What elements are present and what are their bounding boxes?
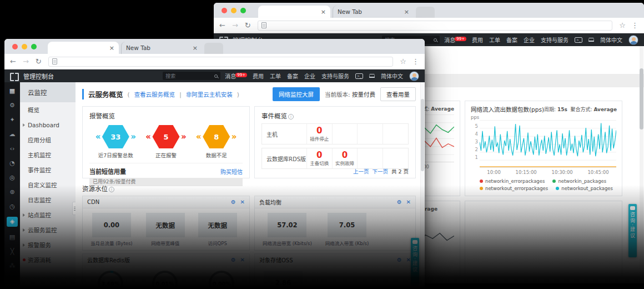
redis-gauge-connections[interactable]: 0.00% 连接数使用率 (%)	[203, 271, 240, 289]
bookmark-star-icon[interactable]: ☆	[400, 58, 406, 65]
buy-sms-link[interactable]: 购买短信	[220, 167, 243, 176]
non-aliyun-install-link[interactable]: 非阿里云主机安装	[186, 90, 233, 98]
close-window-button[interactable]	[12, 44, 18, 49]
sidebar-item-resource-consumption[interactable]: 资源消耗	[20, 252, 76, 267]
close-icon[interactable]: ✕	[406, 199, 411, 205]
sidebar-item-log-monitoring[interactable]: 日志监控	[20, 192, 76, 207]
console-search-input[interactable]: 搜索	[163, 72, 220, 80]
compass-icon[interactable]: ◔	[7, 159, 17, 167]
search-icon[interactable]	[434, 38, 437, 42]
cloud-icon[interactable]: ☁	[7, 130, 17, 138]
legend-item[interactable]: networkout_errorpackages	[480, 186, 548, 191]
menu-billing[interactable]: 费用	[472, 36, 483, 44]
gear-icon[interactable]: ⚙	[231, 257, 236, 263]
menu-kebab-icon[interactable]: ⋮	[631, 22, 638, 29]
star-product-icon[interactable]: ✦	[7, 116, 17, 124]
close-tab-icon[interactable]: ×	[321, 8, 326, 16]
zoom-window-button[interactable]	[31, 44, 37, 49]
menu-support[interactable]: 支持与服务	[541, 36, 568, 44]
search-icon[interactable]	[214, 74, 218, 78]
alibaba-cloud-logo[interactable]	[10, 73, 19, 79]
view-usage-button[interactable]: 查看用量	[380, 87, 416, 101]
cloudmonitor-icon[interactable]: ◈	[7, 217, 18, 227]
close-icon[interactable]: ✕	[240, 257, 245, 263]
menu-language[interactable]: 简体中文	[381, 72, 403, 80]
url-input[interactable]	[258, 21, 613, 31]
menu-tickets[interactable]: 工单	[489, 36, 500, 44]
sidebar-item-dashboard[interactable]: Dashboard	[20, 117, 76, 132]
close-icon[interactable]: ✕	[406, 257, 411, 263]
close-icon[interactable]: ✕	[240, 199, 245, 205]
sidebar-item-event-monitoring[interactable]: 事件监控	[20, 162, 76, 177]
event-cell[interactable]: 0实例故障	[332, 148, 358, 168]
clock-icon[interactable]: ◷	[7, 202, 17, 211]
menu-enterprise[interactable]: 企业	[524, 36, 535, 44]
tab-new[interactable]: New Tab ×	[333, 6, 414, 18]
prev-page-link[interactable]: 上一页	[353, 167, 369, 175]
sidebar-item-alarm-service[interactable]: 报警服务	[20, 237, 76, 252]
menu-language[interactable]: 简体中文	[600, 36, 622, 44]
forward-icon[interactable]: →	[232, 22, 238, 29]
info-icon[interactable]: i	[288, 114, 294, 119]
menu-support[interactable]: 支持与服务	[321, 72, 349, 80]
sidebar-item-app-groups[interactable]: 应用分组	[20, 132, 76, 147]
forward-icon[interactable]: →	[23, 58, 29, 65]
url-input[interactable]	[48, 57, 394, 67]
terminal-icon[interactable]: >_	[355, 73, 363, 79]
cdn-metric-traffic[interactable]: 0.00当月总流量 (Bytes)	[90, 213, 133, 246]
apps-grid-icon[interactable]: ▦	[7, 87, 17, 95]
cart-icon[interactable]	[369, 74, 375, 78]
list-icon[interactable]: ▤	[7, 233, 17, 241]
sidebar-item-site-monitoring[interactable]: 站点监控	[20, 207, 76, 222]
view-overview-link[interactable]: 查看云服务概览	[134, 90, 175, 98]
reload-icon[interactable]: ↻	[36, 58, 42, 65]
event-cell[interactable]: 0插件停止	[306, 124, 332, 144]
consult-feedback-tab[interactable]: 咨询·建议	[628, 204, 637, 257]
back-icon[interactable]: ←	[219, 22, 225, 29]
oss-metric-storage[interactable]: 2.86存储大小 (GBytes)	[263, 271, 304, 289]
close-tab-icon[interactable]: ×	[193, 44, 198, 52]
scale-icon[interactable]: ╳	[7, 247, 17, 256]
sidebar-item-custom-monitoring[interactable]: 自定义监控	[20, 177, 76, 192]
menu-icp[interactable]: 备案	[506, 36, 517, 44]
next-page-link[interactable]: 下一页	[372, 167, 388, 175]
menu-messages[interactable]: 消息99+	[444, 36, 466, 44]
new-tab-button[interactable]	[416, 7, 435, 18]
menu-messages[interactable]: 消息99+	[225, 72, 246, 80]
code-icon[interactable]: ‹›	[7, 144, 17, 153]
consult-feedback-tab[interactable]: 咨询·建议	[411, 238, 419, 286]
zoom-window-button[interactable]	[240, 8, 246, 13]
legend-item[interactable]: networkin_errorpackages	[480, 178, 545, 184]
menu-kebab-icon[interactable]: ⋮	[412, 58, 419, 65]
redis-gauge-qps[interactable]: 0.01% QPS使用率 (%)	[148, 271, 182, 289]
legend-item[interactable]: networkin_packages	[552, 178, 606, 184]
sidebar-item-cloud-service-monitoring[interactable]: 云服务监控	[20, 222, 76, 237]
tab-active[interactable]: ×	[258, 6, 330, 18]
gear-icon[interactable]: ⚙	[231, 199, 236, 205]
back-icon[interactable]: ←	[10, 58, 16, 65]
close-tab-icon[interactable]: ×	[109, 44, 114, 52]
cdn-metric-bandwidth[interactable]: 无数据网络带宽峰值	[146, 213, 185, 246]
gear-icon[interactable]: ⚙	[7, 101, 17, 109]
bookmark-star-icon[interactable]: ☆	[619, 22, 626, 29]
reload-icon[interactable]: ↻	[245, 22, 251, 29]
cart-icon[interactable]	[588, 38, 594, 42]
sidebar-item-host-monitoring[interactable]: 主机监控	[20, 147, 76, 162]
terminal-icon[interactable]: >_	[575, 37, 582, 43]
menu-tickets[interactable]: 工单	[270, 72, 281, 80]
tab-active[interactable]: ×	[48, 42, 119, 54]
new-tab-button[interactable]	[204, 43, 223, 54]
event-cell[interactable]: 0主备切换	[306, 148, 332, 168]
scrollbar-thumb[interactable]	[421, 99, 424, 171]
cluster-icon[interactable]: ⁂	[7, 262, 17, 270]
cdn-metric-qps[interactable]: 无数据访问QPS	[198, 213, 237, 246]
close-window-button[interactable]	[222, 8, 227, 13]
cloud-db-icon[interactable]: ⊛	[7, 188, 17, 196]
avatar[interactable]	[628, 35, 638, 45]
minimize-window-button[interactable]	[231, 8, 237, 13]
redis-gauge-memory[interactable]: 3.69% 内存使用率 (%)	[94, 271, 127, 289]
close-tab-icon[interactable]: ×	[404, 8, 409, 16]
tab-new[interactable]: New Tab ×	[121, 42, 202, 54]
scrollbar-thumb[interactable]	[640, 68, 643, 129]
ring-icon[interactable]: ◎	[7, 173, 17, 182]
